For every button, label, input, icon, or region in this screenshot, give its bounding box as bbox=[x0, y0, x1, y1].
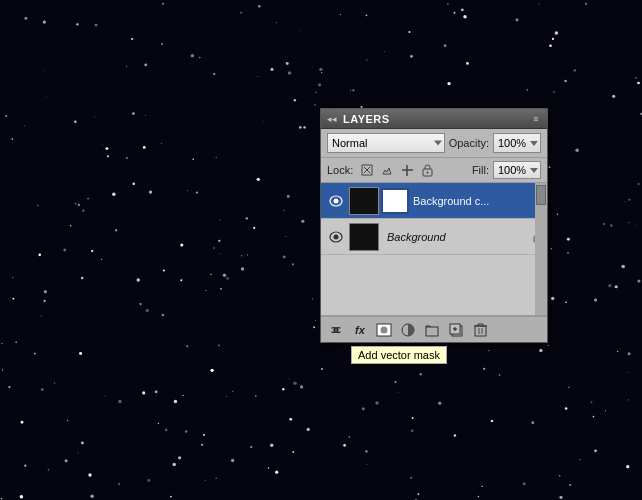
layer-thumbnail bbox=[349, 187, 379, 215]
scroll-thumb[interactable] bbox=[536, 185, 546, 205]
layer-visibility-icon[interactable] bbox=[327, 228, 345, 246]
layers-empty-area bbox=[321, 255, 547, 315]
panel-menu-btn[interactable]: ≡ bbox=[531, 114, 541, 124]
create-adjustment-layer-btn[interactable] bbox=[397, 320, 419, 340]
blend-mode-wrapper[interactable]: Normal Dissolve Multiply Screen Overlay bbox=[327, 133, 445, 153]
add-layer-style-btn[interactable]: fx bbox=[349, 320, 371, 340]
panel-title: LAYERS bbox=[343, 113, 390, 125]
layer-visibility-icon[interactable] bbox=[327, 192, 345, 210]
create-new-layer-btn[interactable] bbox=[445, 320, 467, 340]
lock-position-icon[interactable] bbox=[399, 162, 415, 178]
svg-rect-20 bbox=[475, 326, 486, 336]
svg-point-6 bbox=[426, 171, 428, 173]
create-group-btn[interactable] bbox=[421, 320, 443, 340]
titlebar-collapse-btn[interactable]: ◂◂ bbox=[327, 114, 337, 124]
layers-scrollbar[interactable] bbox=[535, 183, 547, 315]
layers-list: Background c... Background bbox=[321, 183, 547, 316]
layer-thumbnail bbox=[349, 223, 379, 251]
lock-label: Lock: bbox=[327, 164, 353, 176]
layer-item[interactable]: Background bbox=[321, 219, 547, 255]
lock-fill-row: Lock: Fill: 100% bbox=[321, 158, 547, 183]
lock-all-icon[interactable] bbox=[419, 162, 435, 178]
fill-label: Fill: bbox=[472, 164, 489, 176]
fill-arrow-icon[interactable] bbox=[530, 168, 538, 173]
layers-panel: ◂◂ LAYERS ≡ Normal Dissolve Multiply Scr… bbox=[320, 108, 548, 343]
layer-name: Background c... bbox=[413, 195, 545, 207]
link-layers-btn[interactable] bbox=[325, 320, 347, 340]
delete-layer-btn[interactable] bbox=[469, 320, 491, 340]
lock-transparency-icon[interactable] bbox=[359, 162, 375, 178]
fill-value-wrapper[interactable]: 100% bbox=[493, 161, 541, 179]
lock-image-icon[interactable] bbox=[379, 162, 395, 178]
layer-item[interactable]: Background c... bbox=[321, 183, 547, 219]
panel-toolbar: fx Add vector mask bbox=[321, 316, 547, 342]
blend-mode-select[interactable]: Normal Dissolve Multiply Screen Overlay bbox=[327, 133, 445, 153]
opacity-arrow-icon[interactable] bbox=[530, 141, 538, 146]
blend-opacity-row: Normal Dissolve Multiply Screen Overlay … bbox=[321, 129, 547, 158]
svg-point-8 bbox=[334, 198, 339, 203]
fill-value: 100% bbox=[498, 164, 530, 176]
svg-point-13 bbox=[381, 326, 388, 333]
opacity-value-wrapper[interactable]: 100% bbox=[493, 133, 541, 153]
panel-titlebar: ◂◂ LAYERS ≡ bbox=[321, 109, 547, 129]
opacity-label: Opacity: bbox=[449, 137, 489, 149]
svg-rect-15 bbox=[426, 327, 438, 336]
svg-point-10 bbox=[334, 234, 339, 239]
layer-name: Background bbox=[387, 231, 527, 243]
add-layer-mask-btn[interactable] bbox=[373, 320, 395, 340]
layer-mask-thumbnail bbox=[381, 188, 409, 214]
opacity-value: 100% bbox=[498, 137, 530, 149]
